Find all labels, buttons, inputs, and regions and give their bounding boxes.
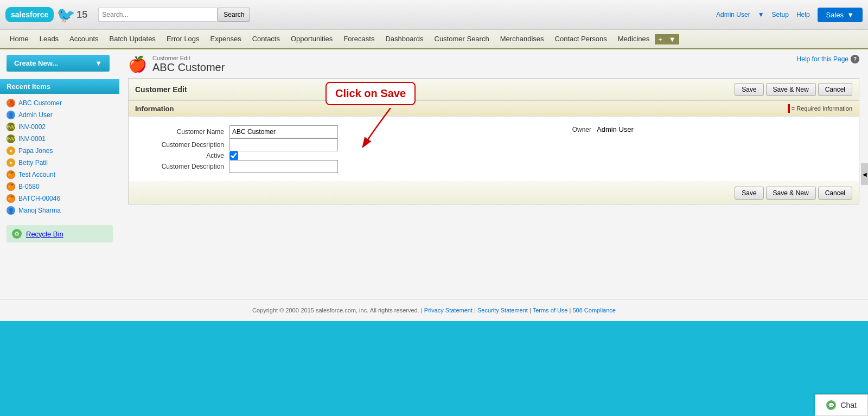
page-header-left: 🍎 Customer Edit ABC Customer xyxy=(128,55,225,74)
nav-add-button[interactable]: + xyxy=(655,34,666,44)
page-header: 🍎 Customer Edit ABC Customer Help for th… xyxy=(128,49,859,78)
chat-label: Chat xyxy=(840,401,857,409)
owner-label: Owner xyxy=(505,126,591,133)
help-link[interactable]: Help xyxy=(796,11,810,18)
sidebar: Create New... ▼ Recent Items 🍎 ABC Custo… xyxy=(0,49,119,299)
customer-name-row: Customer Name xyxy=(137,125,483,138)
batch00046-link[interactable]: BATCH-00046 xyxy=(18,195,60,202)
nav-home[interactable]: Home xyxy=(4,29,34,49)
customer-name-input[interactable] xyxy=(229,125,338,138)
nav-dashboards[interactable]: Dashboards xyxy=(380,29,429,49)
main-panel: 🍎 Customer Edit ABC Customer Help for th… xyxy=(119,49,868,299)
create-new-button[interactable]: Create New... ▼ xyxy=(7,55,110,72)
batch00046-icon: 🍊 xyxy=(7,194,15,203)
app-switcher-icon: ▼ xyxy=(847,11,854,19)
admin-user-menu[interactable]: Admin User xyxy=(716,11,750,18)
b0580-link[interactable]: B-0580 xyxy=(18,183,40,190)
page-footer: Copyright © 2000-2015 salesforce.com, in… xyxy=(0,299,868,321)
nav-medicines[interactable]: Medicines xyxy=(612,29,655,49)
help-link-text: Help for this Page xyxy=(797,55,848,63)
admin-user-icon: 👤 xyxy=(7,111,15,119)
customer-description-row: Customer Description xyxy=(137,160,483,173)
top-save-button[interactable]: Save xyxy=(735,83,763,96)
nav-contacts[interactable]: Contacts xyxy=(247,29,285,49)
papa-jones-link[interactable]: Papa Jones xyxy=(18,147,53,155)
customer-decsription-input[interactable] xyxy=(229,138,338,151)
inv-0001-link[interactable]: INV-0001 xyxy=(18,135,46,143)
nav-batch-updates[interactable]: Batch Updates xyxy=(104,29,161,49)
sidebar-item-admin-user[interactable]: 👤 Admin User xyxy=(0,109,119,121)
sidebar-item-papa-jones[interactable]: ✦ Papa Jones xyxy=(0,145,119,157)
owner-value: Admin User xyxy=(597,125,634,133)
bottom-save-button[interactable]: Save xyxy=(735,187,763,200)
search-button[interactable]: Search xyxy=(218,8,250,22)
nav-leads[interactable]: Leads xyxy=(34,29,64,49)
test-account-icon: 🍊 xyxy=(7,170,15,179)
bottom-save-new-button[interactable]: Save & New xyxy=(766,187,816,200)
nav-error-logs[interactable]: Error Logs xyxy=(161,29,205,49)
nav-expenses[interactable]: Expenses xyxy=(205,29,247,49)
help-page-link[interactable]: Help for this Page ? xyxy=(797,55,859,63)
admin-dropdown-icon[interactable]: ▼ xyxy=(758,11,764,18)
form-panel: Customer Edit Save Save & New Cancel Inf… xyxy=(128,78,859,204)
manoj-sharma-link[interactable]: Manoj Sharma xyxy=(18,207,61,214)
sidebar-item-batch00046[interactable]: 🍊 BATCH-00046 xyxy=(0,193,119,204)
recycle-bin-icon: ♻ xyxy=(12,229,22,239)
app-switcher-button[interactable]: Sales ▼ xyxy=(818,8,863,22)
security-link[interactable]: Security Statement xyxy=(477,307,528,313)
inv-0002-icon: INV xyxy=(7,123,15,131)
compliance-link[interactable]: 508 Compliance xyxy=(572,307,616,313)
sidebar-item-abc-customer[interactable]: 🍎 ABC Customer xyxy=(0,97,119,109)
abc-customer-link[interactable]: ABC Customer xyxy=(18,99,62,107)
abc-customer-icon: 🍎 xyxy=(7,99,15,107)
sidebar-item-betty-patil[interactable]: ✦ Betty Patil xyxy=(0,157,119,169)
chat-button[interactable]: 💬 Chat xyxy=(815,394,868,416)
nav-customer-search[interactable]: Customer Search xyxy=(429,29,495,49)
betty-patil-icon: ✦ xyxy=(7,158,15,167)
active-checkbox[interactable] xyxy=(229,151,238,160)
bird-mascot: 🐦 xyxy=(56,6,75,24)
section-title: Information xyxy=(135,105,174,113)
nav-accounts[interactable]: Accounts xyxy=(64,29,104,49)
form-body: Customer Name Customer Decsription Activ… xyxy=(129,117,859,182)
nav-contact-persons[interactable]: Contact Persons xyxy=(550,29,612,49)
search-input[interactable] xyxy=(98,8,218,22)
privacy-link[interactable]: Privacy Statement xyxy=(424,307,473,313)
nav-forecasts[interactable]: Forecasts xyxy=(338,29,380,49)
sidebar-item-inv-0002[interactable]: INV INV-0002 xyxy=(0,121,119,133)
recycle-bin-link[interactable]: Recycle Bin xyxy=(26,230,63,238)
search-area: Search xyxy=(98,8,250,22)
betty-patil-link[interactable]: Betty Patil xyxy=(18,159,48,167)
customer-description-input[interactable] xyxy=(229,160,338,173)
top-save-new-button[interactable]: Save & New xyxy=(766,83,816,96)
bottom-button-group: Save Save & New Cancel xyxy=(735,187,852,200)
inv-0002-link[interactable]: INV-0002 xyxy=(18,123,46,131)
customer-decsription-label: Customer Decsription xyxy=(137,141,224,149)
sidebar-item-test-account[interactable]: 🍊 Test Account xyxy=(0,169,119,181)
nav-opportunities[interactable]: Opportunities xyxy=(285,29,338,49)
top-cancel-button[interactable]: Cancel xyxy=(818,83,852,96)
form-left-col: Customer Name Customer Decsription Activ… xyxy=(137,125,483,173)
sidebar-item-b0580[interactable]: 🍊 B-0580 xyxy=(0,181,119,193)
main-nav: Home Leads Accounts Batch Updates Error … xyxy=(0,30,868,49)
customer-icon: 🍎 xyxy=(128,55,147,73)
recycle-bin[interactable]: ♻ Recycle Bin xyxy=(7,225,113,242)
bottom-cancel-button[interactable]: Cancel xyxy=(818,187,852,200)
sidebar-item-manoj-sharma[interactable]: 👤 Manoj Sharma xyxy=(0,204,119,216)
inv-0001-icon: INV xyxy=(7,135,15,143)
nav-more-button[interactable]: ▼ xyxy=(666,34,679,44)
test-account-link[interactable]: Test Account xyxy=(18,171,55,178)
customer-description-label: Customer Description xyxy=(137,163,224,170)
sidebar-item-inv-0001[interactable]: INV INV-0001 xyxy=(0,133,119,145)
top-right-nav: Admin User ▼ Setup Help Sales ▼ xyxy=(716,8,863,22)
customer-desc-row: Customer Decsription xyxy=(137,138,483,151)
content-wrapper: Create New... ▼ Recent Items 🍎 ABC Custo… xyxy=(0,49,868,299)
recent-items-header: Recent Items xyxy=(0,79,119,94)
collapse-tab[interactable]: ◀ xyxy=(861,163,868,185)
admin-user-link[interactable]: Admin User xyxy=(18,111,53,119)
setup-link[interactable]: Setup xyxy=(772,11,789,18)
nav-merchandises[interactable]: Merchandises xyxy=(495,29,550,49)
top-bar: salesforce 🐦 15 Search Admin User ▼ Setu… xyxy=(0,0,868,30)
page-title: ABC Customer xyxy=(152,61,225,74)
terms-link[interactable]: Terms of Use xyxy=(533,307,568,313)
